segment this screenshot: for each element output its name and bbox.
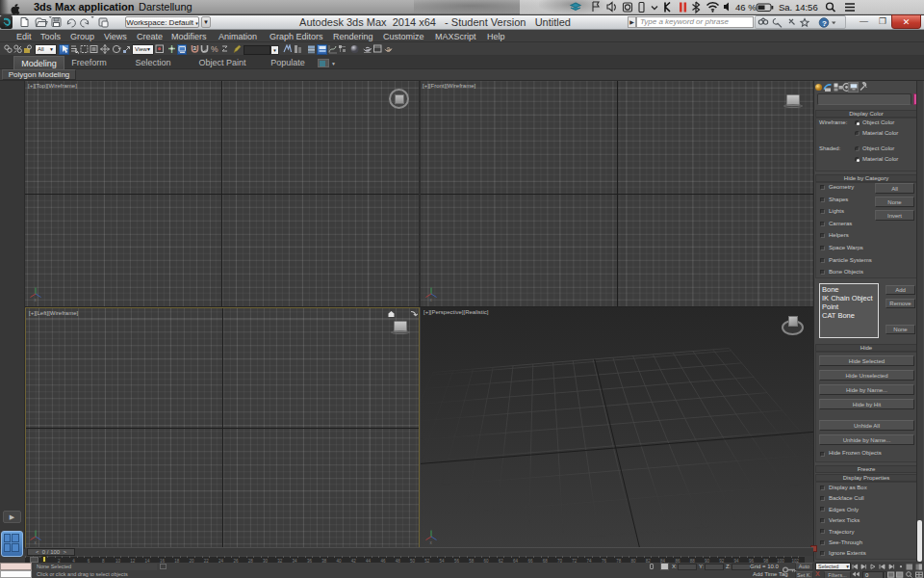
- svg-text:x: x: [430, 540, 433, 545]
- svg-text:x: x: [430, 298, 433, 302]
- svg-text:46 %: 46 %: [735, 2, 757, 13]
- svg-text:%: %: [211, 44, 218, 54]
- svg-text:?: ?: [822, 19, 827, 28]
- svg-text:3: 3: [193, 45, 197, 51]
- svg-text:Sa. 14:56: Sa. 14:56: [779, 2, 818, 13]
- svg-text:x: x: [35, 298, 38, 302]
- svg-text:x: x: [35, 540, 38, 545]
